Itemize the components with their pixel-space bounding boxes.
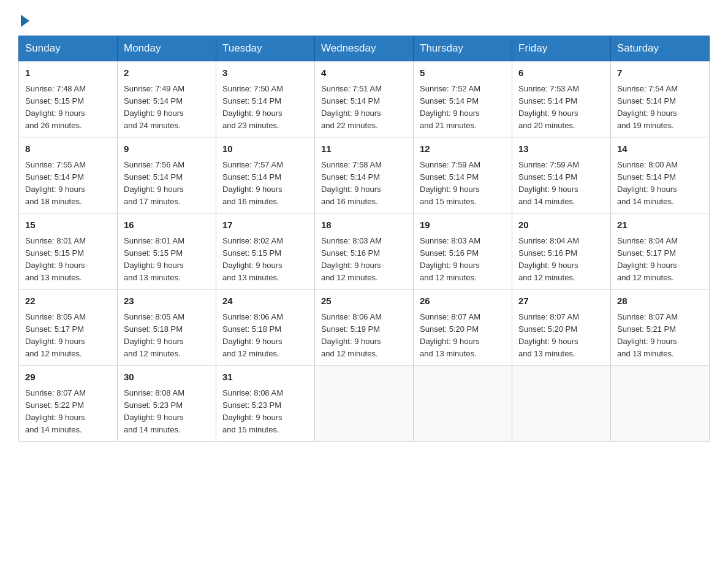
calendar-day-cell: 22 Sunrise: 8:05 AMSunset: 5:17 PMDaylig… [19, 289, 118, 366]
calendar-day-cell: 6 Sunrise: 7:53 AMSunset: 5:14 PMDayligh… [512, 61, 611, 137]
calendar-header-wednesday: Wednesday [315, 36, 414, 61]
day-number: 12 [420, 142, 506, 156]
day-info: Sunrise: 8:06 AMSunset: 5:18 PMDaylight:… [222, 312, 283, 358]
day-info: Sunrise: 8:04 AMSunset: 5:17 PMDaylight:… [617, 236, 678, 282]
calendar-day-cell: 24 Sunrise: 8:06 AMSunset: 5:18 PMDaylig… [216, 289, 315, 366]
calendar-day-cell: 25 Sunrise: 8:06 AMSunset: 5:19 PMDaylig… [315, 289, 414, 366]
day-info: Sunrise: 8:05 AMSunset: 5:18 PMDaylight:… [124, 312, 184, 358]
day-info: Sunrise: 8:07 AMSunset: 5:21 PMDaylight:… [617, 312, 678, 358]
calendar-day-cell: 28 Sunrise: 8:07 AMSunset: 5:21 PMDaylig… [611, 289, 710, 366]
calendar-day-cell: 8 Sunrise: 7:55 AMSunset: 5:14 PMDayligh… [19, 137, 118, 213]
day-number: 21 [617, 218, 703, 232]
calendar-week-row: 1 Sunrise: 7:48 AMSunset: 5:15 PMDayligh… [19, 61, 710, 137]
day-number: 18 [321, 218, 407, 232]
calendar-day-cell: 26 Sunrise: 8:07 AMSunset: 5:20 PMDaylig… [414, 289, 512, 366]
day-info: Sunrise: 8:03 AMSunset: 5:16 PMDaylight:… [420, 236, 480, 282]
calendar-day-cell: 1 Sunrise: 7:48 AMSunset: 5:15 PMDayligh… [19, 61, 118, 137]
calendar-table: SundayMondayTuesdayWednesdayThursdayFrid… [18, 36, 710, 442]
day-info: Sunrise: 7:49 AMSunset: 5:14 PMDaylight:… [124, 84, 184, 130]
calendar-week-row: 29 Sunrise: 8:07 AMSunset: 5:22 PMDaylig… [19, 366, 710, 442]
day-info: Sunrise: 8:08 AMSunset: 5:23 PMDaylight:… [124, 388, 184, 434]
day-number: 19 [420, 218, 506, 232]
calendar-day-cell: 17 Sunrise: 8:02 AMSunset: 5:15 PMDaylig… [216, 213, 315, 289]
day-info: Sunrise: 7:57 AMSunset: 5:14 PMDaylight:… [222, 160, 283, 206]
day-number: 24 [222, 294, 308, 308]
calendar-day-cell: 20 Sunrise: 8:04 AMSunset: 5:16 PMDaylig… [512, 213, 611, 289]
calendar-day-cell: 30 Sunrise: 8:08 AMSunset: 5:23 PMDaylig… [118, 366, 216, 442]
calendar-day-cell [611, 366, 710, 442]
day-info: Sunrise: 8:01 AMSunset: 5:15 PMDaylight:… [124, 236, 184, 282]
day-number: 27 [518, 294, 604, 308]
calendar-day-cell [512, 366, 611, 442]
day-number: 3 [222, 66, 308, 80]
day-info: Sunrise: 7:50 AMSunset: 5:14 PMDaylight:… [222, 84, 283, 130]
calendar-week-row: 15 Sunrise: 8:01 AMSunset: 5:15 PMDaylig… [19, 213, 710, 289]
calendar-day-cell: 29 Sunrise: 8:07 AMSunset: 5:22 PMDaylig… [19, 366, 118, 442]
day-info: Sunrise: 7:48 AMSunset: 5:15 PMDaylight:… [25, 84, 86, 130]
day-info: Sunrise: 7:53 AMSunset: 5:14 PMDaylight:… [518, 84, 579, 130]
calendar-day-cell: 11 Sunrise: 7:58 AMSunset: 5:14 PMDaylig… [315, 137, 414, 213]
day-number: 20 [518, 218, 604, 232]
day-number: 13 [518, 142, 604, 156]
calendar-day-cell: 4 Sunrise: 7:51 AMSunset: 5:14 PMDayligh… [315, 61, 414, 137]
day-number: 15 [25, 218, 111, 232]
day-info: Sunrise: 7:59 AMSunset: 5:14 PMDaylight:… [518, 160, 579, 206]
day-info: Sunrise: 8:05 AMSunset: 5:17 PMDaylight:… [25, 312, 86, 358]
day-number: 1 [25, 66, 111, 80]
day-number: 28 [617, 294, 703, 308]
day-number: 31 [222, 370, 308, 385]
calendar-day-cell: 27 Sunrise: 8:07 AMSunset: 5:20 PMDaylig… [512, 289, 611, 366]
calendar-day-cell: 21 Sunrise: 8:04 AMSunset: 5:17 PMDaylig… [611, 213, 710, 289]
day-number: 16 [124, 218, 210, 232]
day-number: 5 [420, 66, 506, 80]
calendar-day-cell: 14 Sunrise: 8:00 AMSunset: 5:14 PMDaylig… [611, 137, 710, 213]
day-info: Sunrise: 8:08 AMSunset: 5:23 PMDaylight:… [222, 388, 283, 434]
calendar-day-cell: 3 Sunrise: 7:50 AMSunset: 5:14 PMDayligh… [216, 61, 315, 137]
calendar-day-cell: 7 Sunrise: 7:54 AMSunset: 5:14 PMDayligh… [611, 61, 710, 137]
calendar-header-saturday: Saturday [611, 36, 710, 61]
calendar-day-cell: 12 Sunrise: 7:59 AMSunset: 5:14 PMDaylig… [414, 137, 512, 213]
calendar-header-thursday: Thursday [414, 36, 512, 61]
day-number: 10 [222, 142, 308, 156]
day-info: Sunrise: 7:55 AMSunset: 5:14 PMDaylight:… [25, 160, 86, 206]
day-number: 29 [25, 370, 111, 385]
day-info: Sunrise: 8:00 AMSunset: 5:14 PMDaylight:… [617, 160, 678, 206]
calendar-header-row: SundayMondayTuesdayWednesdayThursdayFrid… [19, 36, 710, 61]
day-info: Sunrise: 8:02 AMSunset: 5:15 PMDaylight:… [222, 236, 283, 282]
day-info: Sunrise: 7:52 AMSunset: 5:14 PMDaylight:… [420, 84, 480, 130]
day-number: 25 [321, 294, 407, 308]
calendar-day-cell: 13 Sunrise: 7:59 AMSunset: 5:14 PMDaylig… [512, 137, 611, 213]
day-info: Sunrise: 8:07 AMSunset: 5:20 PMDaylight:… [420, 312, 480, 358]
calendar-week-row: 8 Sunrise: 7:55 AMSunset: 5:14 PMDayligh… [19, 137, 710, 213]
day-info: Sunrise: 7:58 AMSunset: 5:14 PMDaylight:… [321, 160, 382, 206]
calendar-day-cell: 31 Sunrise: 8:08 AMSunset: 5:23 PMDaylig… [216, 366, 315, 442]
calendar-day-cell: 5 Sunrise: 7:52 AMSunset: 5:14 PMDayligh… [414, 61, 512, 137]
calendar-week-row: 22 Sunrise: 8:05 AMSunset: 5:17 PMDaylig… [19, 289, 710, 366]
day-number: 23 [124, 294, 210, 308]
day-number: 26 [420, 294, 506, 308]
day-info: Sunrise: 7:56 AMSunset: 5:14 PMDaylight:… [124, 160, 184, 206]
day-info: Sunrise: 8:01 AMSunset: 5:15 PMDaylight:… [25, 236, 86, 282]
day-info: Sunrise: 8:04 AMSunset: 5:16 PMDaylight:… [518, 236, 579, 282]
calendar-day-cell: 16 Sunrise: 8:01 AMSunset: 5:15 PMDaylig… [118, 213, 216, 289]
day-number: 8 [25, 142, 111, 156]
day-number: 6 [518, 66, 604, 80]
calendar-day-cell: 23 Sunrise: 8:05 AMSunset: 5:18 PMDaylig… [118, 289, 216, 366]
day-info: Sunrise: 8:07 AMSunset: 5:22 PMDaylight:… [25, 388, 86, 434]
calendar-day-cell: 15 Sunrise: 8:01 AMSunset: 5:15 PMDaylig… [19, 213, 118, 289]
calendar-day-cell: 18 Sunrise: 8:03 AMSunset: 5:16 PMDaylig… [315, 213, 414, 289]
calendar-header-friday: Friday [512, 36, 611, 61]
day-number: 2 [124, 66, 210, 80]
calendar-day-cell [315, 366, 414, 442]
calendar-day-cell: 2 Sunrise: 7:49 AMSunset: 5:14 PMDayligh… [118, 61, 216, 137]
day-number: 30 [124, 370, 210, 385]
calendar-header-tuesday: Tuesday [216, 36, 315, 61]
logo-top [18, 12, 29, 27]
day-number: 11 [321, 142, 407, 156]
day-info: Sunrise: 7:59 AMSunset: 5:14 PMDaylight:… [420, 160, 480, 206]
day-info: Sunrise: 8:06 AMSunset: 5:19 PMDaylight:… [321, 312, 382, 358]
day-number: 4 [321, 66, 407, 80]
day-info: Sunrise: 8:07 AMSunset: 5:20 PMDaylight:… [518, 312, 579, 358]
day-number: 22 [25, 294, 111, 308]
calendar-day-cell: 19 Sunrise: 8:03 AMSunset: 5:16 PMDaylig… [414, 213, 512, 289]
